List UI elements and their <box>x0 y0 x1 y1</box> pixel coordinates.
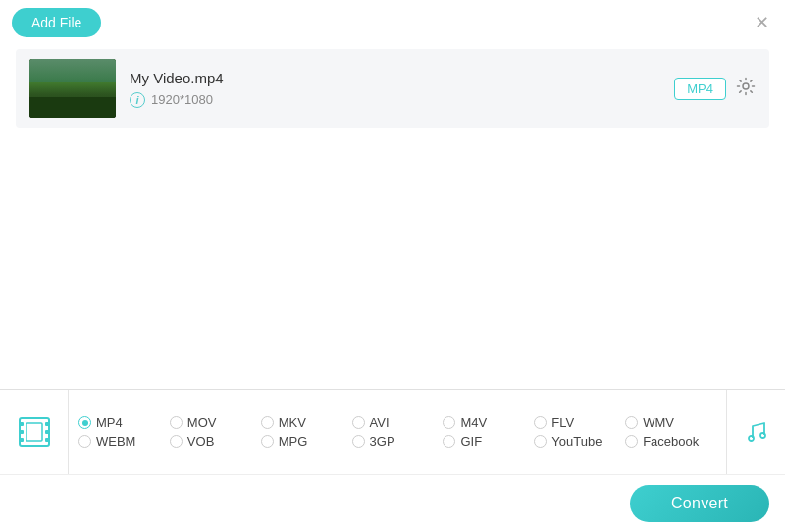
file-item: My Video.mp4 i 1920*1080 MP4 <box>16 49 769 128</box>
svg-rect-6 <box>45 430 49 434</box>
radio-dot <box>78 416 91 429</box>
format-option-mp4[interactable]: MP4 <box>78 415 170 430</box>
format-options: MP4MOVMKVAVIM4VFLVWMVWEBMVOBMPG3GPGIFYou… <box>69 390 726 474</box>
radio-dot <box>625 416 638 429</box>
format-option-yt[interactable]: YouTube <box>534 434 625 449</box>
format-option-vob[interactable]: VOB <box>170 434 261 449</box>
settings-button[interactable] <box>736 77 756 101</box>
svg-point-9 <box>749 436 754 441</box>
format-label: WEBM <box>96 434 135 449</box>
convert-button[interactable]: Convert <box>630 485 769 522</box>
close-button[interactable]: ✕ <box>751 12 773 33</box>
format-option-mov[interactable]: MOV <box>170 415 261 430</box>
svg-point-0 <box>743 83 749 89</box>
format-option-3gp[interactable]: 3GP <box>352 434 444 449</box>
convert-row: Convert <box>0 474 785 532</box>
format-option-mpg[interactable]: MPG <box>261 434 352 449</box>
radio-dot <box>534 416 547 429</box>
middle-area <box>0 145 785 400</box>
svg-point-10 <box>760 433 765 438</box>
radio-dot <box>443 416 455 429</box>
format-badge[interactable]: MP4 <box>674 78 726 100</box>
add-file-button[interactable]: Add File <box>12 8 101 37</box>
radio-dot <box>261 435 274 448</box>
gear-icon <box>736 77 756 96</box>
titlebar: Add File ✕ <box>0 0 785 41</box>
file-name: My Video.mp4 <box>130 70 674 86</box>
radio-dot <box>78 435 91 448</box>
format-option-webm[interactable]: WEBM <box>78 434 170 449</box>
file-meta: i 1920*1080 <box>130 92 674 108</box>
format-label: FLV <box>551 415 574 430</box>
main-content: My Video.mp4 i 1920*1080 MP4 <box>0 41 785 145</box>
radio-dot <box>261 416 274 429</box>
radio-dot <box>170 435 183 448</box>
svg-rect-2 <box>20 422 24 426</box>
svg-rect-8 <box>26 423 42 441</box>
radio-dot <box>170 416 183 429</box>
radio-dot <box>352 416 365 429</box>
file-info: My Video.mp4 i 1920*1080 <box>116 70 674 108</box>
film-strip-icon <box>17 414 52 450</box>
format-label: WMV <box>643 415 674 430</box>
format-label: MKV <box>279 415 306 430</box>
radio-dot <box>534 435 547 448</box>
radio-dot <box>625 435 638 448</box>
format-option-gif[interactable]: GIF <box>443 434 534 449</box>
format-label: 3GP <box>370 434 395 449</box>
format-label: GIF <box>460 434 482 449</box>
video-thumbnail <box>29 59 116 118</box>
radio-dot <box>352 435 365 448</box>
format-option-flv[interactable]: FLV <box>534 415 625 430</box>
format-label: VOB <box>187 434 214 449</box>
format-option-mkv[interactable]: MKV <box>261 415 352 430</box>
format-option-avi[interactable]: AVI <box>352 415 444 430</box>
format-label: MPG <box>279 434 308 449</box>
info-icon: i <box>130 92 145 108</box>
format-option-m4v[interactable]: M4V <box>443 415 534 430</box>
audio-format-icon-area[interactable] <box>726 390 785 474</box>
format-option-wmv[interactable]: WMV <box>625 415 716 430</box>
format-label: M4V <box>460 415 487 430</box>
format-option-fb[interactable]: Facebook <box>625 434 716 449</box>
video-format-icon-area[interactable] <box>0 390 69 474</box>
svg-rect-3 <box>20 430 24 434</box>
svg-rect-5 <box>45 422 49 426</box>
bottom-panel: MP4MOVMKVAVIM4VFLVWMVWEBMVOBMPG3GPGIFYou… <box>0 389 785 532</box>
format-label: AVI <box>370 415 390 430</box>
format-label: MP4 <box>96 415 123 430</box>
format-bar: MP4MOVMKVAVIM4VFLVWMVWEBMVOBMPG3GPGIFYou… <box>0 390 785 474</box>
svg-rect-7 <box>45 438 49 442</box>
music-note-icon <box>743 418 770 446</box>
file-resolution: 1920*1080 <box>151 92 213 107</box>
format-label: YouTube <box>551 434 602 449</box>
format-label: MOV <box>187 415 217 430</box>
svg-rect-4 <box>20 438 24 442</box>
radio-dot <box>443 435 455 448</box>
file-actions: MP4 <box>674 77 756 101</box>
format-label: Facebook <box>643 434 699 449</box>
svg-rect-1 <box>20 418 49 446</box>
